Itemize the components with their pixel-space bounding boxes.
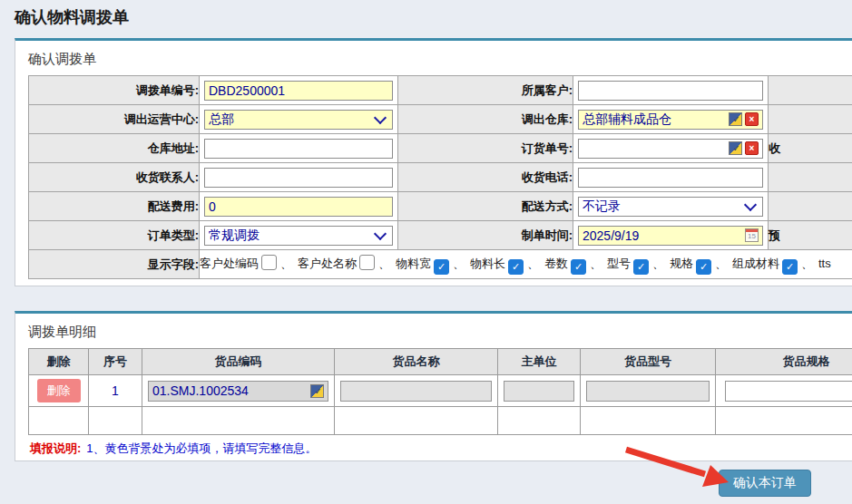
out-warehouse-label: 调出仓库: — [398, 105, 573, 134]
fill-note-label: 填报说明: — [30, 441, 81, 455]
confirm-order-button[interactable]: 确认本订单 — [719, 470, 811, 497]
transfer-no-input[interactable]: DBD2500001 — [204, 81, 393, 101]
detail-column-header: 货品规格 — [716, 349, 852, 375]
detail-empty-row — [29, 407, 852, 435]
separator: 、 — [590, 257, 602, 270]
display-field-item: tts — [818, 257, 831, 270]
clear-icon[interactable]: × — [745, 141, 759, 155]
form-row: 订单类型: 常规调拨 制单时间: 2025/9/19 15 预 — [29, 221, 852, 250]
delivery-method-select[interactable]: 不记录 — [578, 197, 763, 217]
chevron-down-icon — [374, 227, 387, 239]
clear-icon[interactable]: × — [745, 112, 759, 126]
order-form-table: 调拨单编号: DBD2500001 所属客户: 调出运营中心: 总部 调出仓库:… — [28, 75, 852, 279]
display-field-label: 卷数 — [544, 257, 568, 270]
display-field-label: tts — [818, 257, 831, 270]
item-unit-input — [504, 381, 574, 402]
separator: 、 — [715, 257, 727, 270]
chevron-down-icon — [374, 111, 387, 123]
display-field-checkbox[interactable] — [261, 255, 277, 270]
create-time-input[interactable]: 2025/9/19 15 — [578, 226, 763, 246]
order-panel: 确认调拨单 调拨单编号: DBD2500001 所属客户: 调出运营中心: 总部… — [15, 38, 852, 286]
customer-label: 所属客户: — [398, 76, 573, 105]
display-field-item: 物料宽✓、 — [396, 257, 470, 270]
row-seq: 1 — [89, 375, 142, 407]
detail-panel-title: 调拨单明细 — [28, 324, 852, 341]
page-title: 确认物料调拨单 — [15, 6, 129, 28]
delivery-fee-input[interactable]: 0 — [204, 197, 393, 217]
display-field-label: 物料长 — [470, 257, 505, 270]
order-panel-title: 确认调拨单 — [28, 51, 852, 68]
display-field-item: 规格✓、 — [670, 257, 732, 270]
separator: 、 — [652, 257, 664, 270]
receiver-label: 收货联系人: — [29, 163, 200, 192]
fill-note: 填报说明:1、黄色背景处为必填项，请填写完整信息。 — [30, 441, 852, 457]
extra-cell — [769, 163, 852, 192]
order-type-select[interactable]: 常规调拨 — [204, 226, 393, 246]
detail-header-row: 删除序号货品编码货品名称主单位货品型号货品规格 — [29, 349, 852, 375]
display-field-checkbox[interactable]: ✓ — [508, 259, 524, 275]
display-field-checkbox[interactable] — [359, 255, 375, 270]
display-field-item: 客户处编码、 — [200, 257, 298, 270]
lookup-icon[interactable]: ✓ — [729, 141, 742, 155]
display-field-label: 客户处名称 — [298, 257, 357, 270]
detail-column-header: 货品编码 — [142, 349, 335, 375]
item-spec-input[interactable] — [725, 381, 852, 402]
customer-input[interactable] — [578, 81, 763, 101]
display-field-item: 型号✓、 — [607, 257, 670, 270]
form-row: 调出运营中心: 总部 调出仓库: 总部辅料成品仓 ✓ × — [29, 105, 852, 134]
out-warehouse-picker[interactable]: 总部辅料成品仓 ✓ × — [578, 110, 763, 130]
delivery-fee-label: 配送费用: — [29, 192, 200, 221]
separator: 、 — [801, 257, 813, 270]
display-field-label: 规格 — [670, 257, 693, 270]
item-model-input — [586, 381, 710, 402]
detail-panel: 调拨单明细 删除序号货品编码货品名称主单位货品型号货品规格 删除 1 01.SM… — [15, 311, 852, 461]
receiver-input[interactable] — [204, 168, 393, 188]
detail-column-header: 删除 — [29, 349, 89, 375]
detail-column-header: 序号 — [89, 349, 142, 375]
separator: 、 — [527, 257, 539, 270]
display-fields: 客户处编码、客户处名称、物料宽✓、物料长✓、卷数✓、型号✓、规格✓、组成材料✓、… — [200, 250, 852, 279]
warehouse-addr-input[interactable] — [204, 139, 393, 159]
form-row: 配送费用: 0 配送方式: 不记录 — [29, 192, 852, 221]
display-field-label: 组成材料 — [732, 257, 779, 270]
detail-column-header: 货品名称 — [335, 349, 498, 375]
detail-column-header: 货品型号 — [581, 349, 716, 375]
extra-cell — [769, 76, 852, 105]
display-field-checkbox[interactable]: ✓ — [696, 259, 711, 275]
chevron-down-icon — [744, 198, 757, 210]
out-center-label: 调出运营中心: — [29, 105, 200, 134]
display-field-checkbox[interactable]: ✓ — [434, 259, 449, 275]
receiver-phone-input[interactable] — [578, 168, 763, 188]
out-center-select[interactable]: 总部 — [204, 110, 393, 130]
fill-note-text: 1、黄色背景处为必填项，请填写完整信息。 — [86, 441, 317, 455]
form-row: 仓库地址: 订货单号: ✓ × 收 — [29, 134, 852, 163]
display-field-label: 客户处编码 — [200, 257, 259, 270]
form-row: 收货联系人: 收货电话: — [29, 163, 852, 192]
display-field-label: 物料宽 — [396, 257, 431, 270]
separator: 、 — [280, 257, 292, 270]
item-name-input — [340, 381, 492, 402]
separator: 、 — [453, 257, 465, 270]
display-field-checkbox[interactable]: ✓ — [633, 259, 649, 275]
lookup-icon[interactable]: ✓ — [729, 112, 742, 126]
separator: 、 — [378, 257, 390, 270]
receiver-phone-label: 收货电话: — [398, 163, 573, 192]
detail-table: 删除序号货品编码货品名称主单位货品型号货品规格 删除 1 01.SMJ.1002… — [28, 348, 852, 435]
display-field-item: 物料长✓、 — [470, 257, 544, 270]
order-type-label: 订单类型: — [29, 221, 200, 250]
extra-cell: 预 — [769, 221, 852, 250]
display-field-item: 组成材料✓、 — [732, 257, 818, 270]
order-no-picker[interactable]: ✓ × — [578, 139, 763, 159]
display-field-checkbox[interactable]: ✓ — [782, 259, 798, 275]
display-field-item: 客户处名称、 — [298, 257, 396, 270]
item-code-picker[interactable]: 01.SMJ.1002534 ✓ — [148, 381, 328, 402]
warehouse-addr-label: 仓库地址: — [29, 134, 200, 163]
display-field-item: 卷数✓、 — [544, 257, 607, 270]
calendar-icon[interactable]: 15 — [745, 228, 759, 242]
delete-row-button[interactable]: 删除 — [37, 379, 81, 402]
detail-row: 删除 1 01.SMJ.1002534 ✓ — [29, 375, 852, 407]
lookup-icon[interactable]: ✓ — [310, 384, 324, 398]
create-time-label: 制单时间: — [398, 221, 573, 250]
order-no-label: 订货单号: — [398, 134, 573, 163]
display-field-checkbox[interactable]: ✓ — [571, 259, 586, 275]
